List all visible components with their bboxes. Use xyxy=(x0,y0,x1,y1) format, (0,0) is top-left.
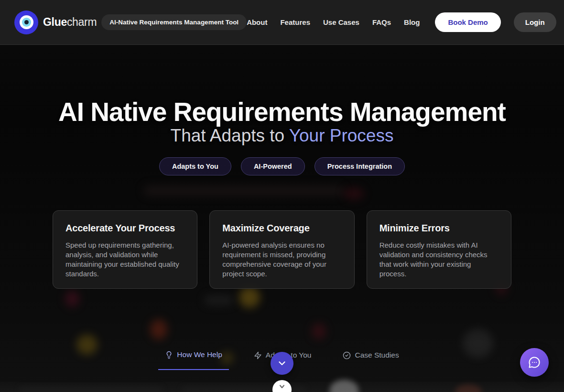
brand-name-light: charm xyxy=(67,16,97,28)
card-title: Minimize Errors xyxy=(380,223,499,234)
chevron-down-icon xyxy=(278,383,286,391)
book-demo-button[interactable]: Book Demo xyxy=(435,12,500,32)
benefit-cards: Accelerate Your Process Speed up require… xyxy=(53,210,511,289)
landing-page: Gluecharm AI-Native Requirements Managem… xyxy=(0,0,564,392)
zap-icon xyxy=(254,351,262,359)
nav-link-about[interactable]: About xyxy=(247,18,267,26)
tab-label: How We Help xyxy=(177,350,222,359)
hero-background-photo xyxy=(0,0,564,392)
card-title: Accelerate Your Process xyxy=(65,223,184,234)
scroll-down-button[interactable] xyxy=(271,352,293,375)
chevron-down-icon xyxy=(277,358,287,369)
tab-label: Case Studies xyxy=(355,351,399,359)
top-navbar: Gluecharm AI-Native Requirements Managem… xyxy=(0,0,564,45)
card-title: Maximize Coverage xyxy=(222,223,341,234)
hero-subtitle-highlight: Your Process xyxy=(289,126,394,145)
brand-name-bold: Glue xyxy=(43,16,67,28)
chat-widget-button[interactable] xyxy=(520,348,549,377)
background-blur-blob xyxy=(239,287,260,308)
tab-case-studies[interactable]: Case Studies xyxy=(336,350,405,370)
pill-process-integration: Process Integration xyxy=(315,157,405,175)
brand-name[interactable]: Gluecharm xyxy=(43,16,97,29)
gluecharm-logo-icon[interactable] xyxy=(14,11,38,34)
nav-link-faqs[interactable]: FAQs xyxy=(372,18,391,26)
pill-ai-powered: AI-Powered xyxy=(241,157,305,175)
lightbulb-icon xyxy=(165,351,173,359)
background-blur-blob xyxy=(150,319,167,339)
card-errors: Minimize Errors Reduce costly mistakes w… xyxy=(367,210,511,289)
pill-adapts-to-you: Adapts to You xyxy=(159,157,231,175)
brand-tagline-badge: AI-Native Requirements Management Tool xyxy=(101,14,247,30)
card-accelerate: Accelerate Your Process Speed up require… xyxy=(53,210,197,289)
card-body: Reduce costly mistakes with AI validatio… xyxy=(380,240,499,279)
check-circle-icon xyxy=(343,351,351,359)
background-blur-blob xyxy=(343,187,364,200)
hero-subtitle: That Adapts to Your Process xyxy=(0,126,564,146)
login-button[interactable]: Login xyxy=(514,12,556,32)
card-coverage: Maximize Coverage AI-powered analysis en… xyxy=(209,210,354,289)
background-blur-blob xyxy=(205,295,233,305)
card-body: Speed up requirements gathering, analysi… xyxy=(65,240,184,279)
nav-link-use-cases[interactable]: Use Cases xyxy=(323,18,359,26)
background-blur-blob xyxy=(65,291,79,307)
card-body: AI-powered analysis ensures no requireme… xyxy=(222,240,341,279)
hero-subtitle-prefix: That Adapts to xyxy=(171,126,289,145)
chat-icon xyxy=(528,356,541,369)
nav-link-blog[interactable]: Blog xyxy=(404,18,420,26)
background-blur-blob xyxy=(143,185,344,196)
feature-pill-row: Adapts to You AI-Powered Process Integra… xyxy=(0,157,564,175)
hero-title: AI Native Requirements Management xyxy=(0,97,564,127)
main-nav: About Features Use Cases FAQs Blog Book … xyxy=(247,12,556,32)
tab-how-we-help[interactable]: How We Help xyxy=(158,350,228,370)
nav-link-features[interactable]: Features xyxy=(280,18,310,26)
background-blur-blob xyxy=(312,323,326,339)
